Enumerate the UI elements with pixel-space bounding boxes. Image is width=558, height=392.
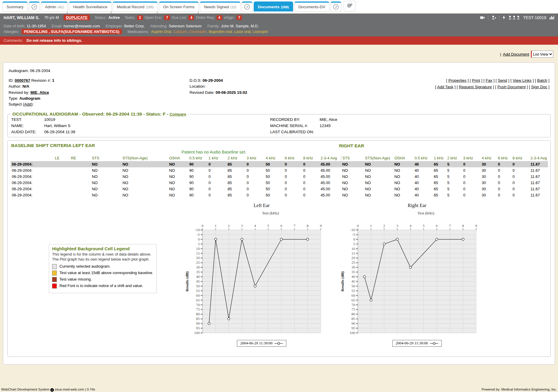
chart-svg: 0123456789-10-50510152025303540455055606…	[184, 202, 326, 338]
action-batch[interactable]: Batch	[537, 78, 547, 83]
medication-item: Aspirin Oral	[151, 29, 171, 34]
svg-text:25: 25	[351, 261, 355, 265]
action-send[interactable]: Send	[498, 78, 507, 83]
action-view-links[interactable]: View Links	[513, 78, 532, 83]
svg-text:5: 5	[353, 242, 356, 246]
svg-text:0: 0	[202, 223, 204, 228]
info-icon[interactable]: i	[50, 388, 54, 392]
svg-text:0: 0	[357, 223, 359, 228]
document-actions: [ Properties ] [ Print ] [ Fax ] [ Send …	[435, 78, 549, 107]
document-id-link[interactable]: 0000767	[15, 78, 30, 83]
document-title: Audiogram: 06-29-2004	[9, 69, 549, 73]
document-actions-row2: [ Add Task ] [ Request Signature ] [ Pus…	[435, 84, 549, 90]
badge-count[interactable]: 7	[237, 15, 242, 20]
badge-count[interactable]: 7	[164, 15, 170, 20]
footer-left: WebChart Development Systemizeus.med-web…	[1, 388, 95, 392]
svg-text:Results (dB): Results (dB)	[340, 271, 345, 291]
tab-on-screen-forms[interactable]: On Screen Forms	[159, 1, 199, 11]
svg-text:45: 45	[196, 279, 200, 283]
svg-text:5: 5	[423, 223, 425, 228]
chart-series-legend: 2004-06-29 11:39:00	[237, 340, 286, 347]
settings-button[interactable]	[344, 1, 356, 11]
tab-documents[interactable]: Documents(288)	[254, 1, 293, 11]
video-call-icon[interactable]	[480, 16, 485, 19]
audiogram-row[interactable]: 06-29-2004:NONONO900850500045.00NONONO40…	[11, 161, 548, 167]
compare-link[interactable]: Compare	[170, 112, 186, 116]
badge-open-enc: Open Enc:7	[145, 15, 170, 20]
svg-text:90: 90	[196, 321, 200, 326]
duplicate-button[interactable]: DUPLICATE	[64, 15, 90, 20]
tab-admin[interactable]: Admin(41)	[41, 1, 68, 11]
group-icon[interactable]	[508, 16, 520, 19]
attending-value: Selenium Selenium	[169, 24, 202, 28]
legend-item: Currently selected audiogram.	[52, 264, 153, 269]
popout-tab-summary[interactable]: ↗	[29, 1, 40, 11]
audiogram-header-row: LERESTSSTS(Non-Age)OSHA0.5 kHz1 kHz2 kHz…	[11, 155, 548, 161]
svg-text:Test (kHz): Test (kHz)	[417, 211, 434, 215]
svg-text:7: 7	[449, 223, 451, 228]
badge-count[interactable]: 3	[137, 15, 143, 20]
external-link-icon: ↗	[31, 4, 37, 10]
action-properties[interactable]: Properties	[448, 78, 466, 83]
subject-add-link[interactable]: Add	[24, 102, 31, 106]
patient-info: Date of birth:11-30-1954 Email:horner@mi…	[0, 21, 558, 36]
add-person-icon[interactable]	[491, 16, 496, 19]
svg-text:4: 4	[254, 223, 256, 228]
tab-needs-signed[interactable]: Needs Signed(12)	[200, 1, 240, 11]
chart-icon[interactable]	[549, 15, 554, 20]
svg-text:3: 3	[396, 223, 398, 228]
tab-count: (288)	[281, 5, 289, 9]
action-print[interactable]: Print	[472, 78, 480, 83]
popout-tab-documents-dv[interactable]: ↗	[331, 1, 341, 11]
tab-documents-dv[interactable]: Documents-DV	[294, 1, 330, 11]
row-date: 06-29-2004:	[11, 167, 54, 174]
tab-medical-record[interactable]: Medical Record(185)	[113, 1, 158, 11]
svg-text:50: 50	[196, 284, 200, 288]
action-fax[interactable]: Fax	[486, 78, 492, 83]
dob-value: 11-30-1954	[26, 24, 46, 28]
audiogram-table: LERESTSSTS(Non-Age)OSHA0.5 kHz1 kHz2 kHz…	[11, 155, 548, 198]
divider	[488, 15, 488, 20]
lightning-icon[interactable]	[502, 15, 505, 20]
svg-text:20: 20	[351, 256, 355, 260]
revised-by-link[interactable]: MIE, Alice	[30, 90, 49, 95]
tab-label: Needs Signed	[204, 5, 229, 9]
svg-text:Results (dB): Results (dB)	[185, 271, 189, 291]
action-sign-doc[interactable]: Sign Doc	[531, 85, 547, 89]
svg-text:10: 10	[196, 246, 200, 251]
patient-allergies-row: Allergies: PENICILLINS , SULFA(SULFONAMI…	[4, 29, 554, 34]
machine-serial-value: 12345	[320, 124, 337, 128]
tab-label: Health Surveillance	[73, 5, 107, 9]
svg-text:80: 80	[351, 312, 355, 316]
audiogram-row[interactable]: 06-29-2004:NONONO900850500045.00NONONO40…	[11, 192, 548, 198]
view-select[interactable]: List View	[531, 51, 553, 58]
audiogram-row[interactable]: 06-29-2004:NONONO900850500045.00NONONO40…	[11, 186, 548, 192]
tab-summary[interactable]: Summary	[2, 1, 28, 11]
svg-text:55: 55	[351, 288, 355, 293]
badge-count[interactable]: 4	[217, 15, 222, 20]
patient-header: HART, WILLIAM S. 70 y/o M DUPLICATE Stat…	[0, 14, 558, 21]
svg-text:Left Ear: Left Ear	[254, 203, 270, 208]
svg-text:65: 65	[351, 298, 355, 302]
patient-status: Status: Active	[94, 15, 120, 20]
svg-text:40: 40	[351, 274, 355, 279]
audiogram-row[interactable]: 06-29-2004:NONONO900850500045.00NONONO40…	[11, 174, 548, 180]
action-push-document[interactable]: Push Document	[497, 85, 526, 89]
badge-count[interactable]: 4	[188, 15, 194, 20]
action-request-signature[interactable]: Request Signature	[459, 85, 492, 89]
tab-health-surveillance[interactable]: Health Surveillance	[69, 1, 111, 11]
audiogram-row[interactable]: 06-29-2004:NONONO900850500045.00NONONO40…	[11, 180, 548, 186]
add-document-link[interactable]: Add Document	[503, 52, 529, 56]
patient-demographics-row: Date of birth:11-30-1954 Email:horner@mi…	[4, 24, 554, 28]
external-link-icon: ↗	[244, 4, 250, 10]
comments-bar: Comments: Do not release info to sibling…	[0, 36, 558, 45]
svg-text:15: 15	[351, 251, 355, 256]
action-add-task[interactable]: Add Task	[437, 85, 453, 89]
audiogram-row[interactable]: 06-29-2004:NONONO900850500045.00NONONO40…	[11, 167, 548, 174]
left-ear-chart: 0123456789-10-50510152025303540455055606…	[184, 202, 326, 347]
employer-value: Better Corp.	[124, 24, 145, 28]
tab-count: (185)	[146, 5, 154, 9]
svg-text:20: 20	[196, 256, 200, 260]
popout-tab-needs-signed[interactable]: ↗	[242, 1, 253, 11]
email-value: horner@mieweb.com	[64, 24, 100, 28]
